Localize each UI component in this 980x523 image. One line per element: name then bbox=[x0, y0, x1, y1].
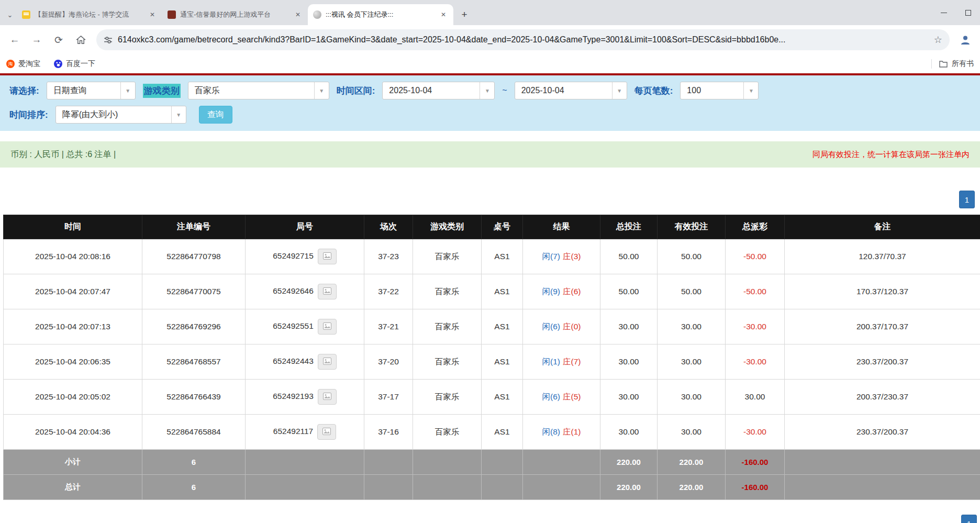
header-result: 结果 bbox=[523, 215, 600, 239]
round-detail-button[interactable] bbox=[318, 389, 337, 405]
maximize-button[interactable] bbox=[956, 0, 980, 25]
cell-session: 37-20 bbox=[364, 344, 413, 380]
image-icon bbox=[323, 358, 331, 365]
forward-button[interactable]: → bbox=[27, 30, 46, 49]
filter-row-1: 请选择: 日期查询 ▼ 游戏类别 百家乐 ▼ 时间区间: 2025-10-04 … bbox=[9, 82, 971, 99]
cell-round: 652492117 bbox=[246, 415, 364, 450]
bookmark-item-taobao[interactable]: 淘 爱淘宝 bbox=[6, 59, 40, 69]
round-number: 652492193 bbox=[273, 392, 314, 400]
new-tab-button[interactable]: + bbox=[456, 7, 472, 23]
bookmark-item-baidu[interactable]: 百度一下 bbox=[54, 59, 95, 69]
cell-remark: 170.37/120.37 bbox=[785, 274, 980, 309]
all-bookmarks-button[interactable]: 所有书 bbox=[931, 59, 974, 69]
tab-1[interactable]: 【新提醒】海燕论坛 - 博学交流 ✕ bbox=[17, 4, 162, 25]
date-end-value: 2025-10-04 bbox=[515, 86, 612, 95]
total-label: 总计 bbox=[4, 475, 142, 500]
cell-table-no: AS1 bbox=[482, 380, 523, 415]
cell-game-type: 百家乐 bbox=[413, 380, 482, 415]
minimize-button[interactable] bbox=[932, 0, 956, 25]
page-1-button-bottom[interactable]: 1 bbox=[961, 515, 977, 523]
cell-bet-id: 522864769296 bbox=[142, 309, 246, 344]
chevron-down-icon[interactable]: ▼ bbox=[743, 82, 758, 99]
table-header-row: 时间 注单编号 局号 场次 游戏类别 桌号 结果 总投注 有效投注 总派彩 备注 bbox=[4, 215, 980, 239]
cell-bet-id: 522864770798 bbox=[142, 239, 246, 274]
cell-remark: 230.37/200.37 bbox=[785, 415, 980, 450]
date-end-select[interactable]: 2025-10-04 ▼ bbox=[515, 82, 627, 99]
page-1-button[interactable]: 1 bbox=[959, 191, 975, 208]
round-detail-button[interactable] bbox=[318, 249, 337, 264]
header-total-payout: 总派彩 bbox=[726, 215, 785, 239]
result-banker: 庄(0) bbox=[563, 322, 581, 331]
game-type-select[interactable]: 百家乐 ▼ bbox=[188, 82, 329, 99]
query-mode-select[interactable]: 日期查询 ▼ bbox=[47, 82, 136, 99]
cell-round: 652492646 bbox=[246, 274, 364, 309]
cell-time: 2025-10-04 20:04:36 bbox=[4, 415, 142, 450]
round-detail-button[interactable] bbox=[318, 354, 337, 370]
cell-total-bet[interactable]: 50.00 bbox=[600, 274, 658, 309]
round-detail-button[interactable] bbox=[318, 319, 337, 335]
tab-close-icon[interactable]: ✕ bbox=[439, 10, 448, 19]
cell-time: 2025-10-04 20:08:16 bbox=[4, 239, 142, 274]
chevron-down-icon[interactable]: ▼ bbox=[612, 82, 627, 99]
bookmark-star-icon[interactable]: ☆ bbox=[934, 34, 942, 46]
bet-table-row: 2025-10-04 20:08:16 522864770798 6524927… bbox=[4, 239, 980, 274]
window-controls bbox=[932, 0, 980, 25]
cell-remark: 120.37/70.37 bbox=[785, 239, 980, 274]
subtotal-label: 小计 bbox=[4, 450, 142, 475]
url-text[interactable]: 614oxkc3.com/game/betrecord_search/kind3… bbox=[118, 35, 929, 44]
address-bar[interactable]: 614oxkc3.com/game/betrecord_search/kind3… bbox=[96, 29, 950, 50]
cell-session: 37-17 bbox=[364, 380, 413, 415]
round-number: 652492117 bbox=[273, 427, 313, 436]
filter-panel: 请选择: 日期查询 ▼ 游戏类别 百家乐 ▼ 时间区间: 2025-10-04 … bbox=[0, 75, 980, 131]
tab-2-favicon-icon bbox=[168, 10, 176, 19]
round-detail-button[interactable] bbox=[317, 424, 336, 440]
game-type-label: 游戏类别 bbox=[143, 84, 181, 98]
date-start-select[interactable]: 2025-10-04 ▼ bbox=[382, 82, 495, 99]
refresh-button[interactable]: ⟳ bbox=[49, 30, 68, 49]
cell-remark: 230.37/200.37 bbox=[785, 344, 980, 380]
subtotal-valid-bet: 220.00 bbox=[658, 450, 726, 475]
tab-search-chevron-icon[interactable]: ⌄ bbox=[3, 4, 17, 25]
back-button[interactable]: ← bbox=[5, 30, 24, 49]
header-valid-bet: 有效投注 bbox=[658, 215, 726, 239]
date-range-label: 时间区间: bbox=[337, 85, 375, 97]
taobao-icon: 淘 bbox=[6, 60, 15, 68]
site-info-icon[interactable] bbox=[104, 36, 113, 44]
tab-3-favicon-icon bbox=[313, 10, 321, 19]
tab-2[interactable]: 通宝-信誉最好的网上游戏平台 ✕ bbox=[162, 4, 308, 25]
sort-label: 时间排序: bbox=[9, 109, 48, 121]
chevron-down-icon[interactable]: ▼ bbox=[120, 82, 135, 99]
cell-total-bet[interactable]: 30.00 bbox=[600, 309, 658, 344]
cell-round: 652492193 bbox=[246, 380, 364, 415]
tab-close-icon[interactable]: ✕ bbox=[293, 10, 303, 19]
round-detail-button[interactable] bbox=[318, 284, 337, 299]
profile-avatar[interactable] bbox=[956, 30, 975, 49]
subtotal-row: 小计 6 220.00 220.00 -160.00 bbox=[4, 450, 980, 475]
home-button[interactable] bbox=[71, 30, 90, 49]
cell-total-bet[interactable]: 30.00 bbox=[600, 415, 658, 450]
result-player: 闲(6) bbox=[542, 322, 560, 331]
chevron-down-icon[interactable]: ▼ bbox=[171, 106, 186, 123]
result-banker: 庄(5) bbox=[563, 392, 581, 401]
page-size-label: 每页笔数: bbox=[634, 85, 673, 97]
chevron-down-icon[interactable]: ▼ bbox=[480, 82, 494, 99]
cell-game-type: 百家乐 bbox=[413, 239, 482, 274]
tab-3-active[interactable]: :::视讯 会员下注纪录::: ✕ bbox=[308, 4, 453, 25]
cell-total-bet[interactable]: 30.00 bbox=[600, 380, 658, 415]
game-type-value: 百家乐 bbox=[188, 85, 314, 96]
cell-total-bet[interactable]: 50.00 bbox=[600, 239, 658, 274]
chevron-down-icon[interactable]: ▼ bbox=[314, 82, 329, 99]
page-size-select[interactable]: 100 ▼ bbox=[680, 82, 759, 99]
folder-icon bbox=[939, 60, 948, 68]
cell-total-bet[interactable]: 30.00 bbox=[600, 344, 658, 380]
search-button[interactable]: 查询 bbox=[199, 106, 232, 124]
page-size-value: 100 bbox=[681, 86, 743, 95]
total-total-payout: -160.00 bbox=[726, 475, 785, 500]
tab-strip: ⌄ 【新提醒】海燕论坛 - 博学交流 ✕ 通宝-信誉最好的网上游戏平台 ✕ ::… bbox=[0, 0, 980, 25]
cell-result: 闲(1)庄(7) bbox=[523, 344, 600, 380]
cell-valid-bet: 50.00 bbox=[658, 239, 726, 274]
header-bet-id: 注单编号 bbox=[142, 215, 246, 239]
subtotal-total-bet: 220.00 bbox=[600, 450, 658, 475]
sort-select[interactable]: 降幂(由大到小) ▼ bbox=[55, 106, 186, 124]
tab-close-icon[interactable]: ✕ bbox=[148, 10, 157, 19]
